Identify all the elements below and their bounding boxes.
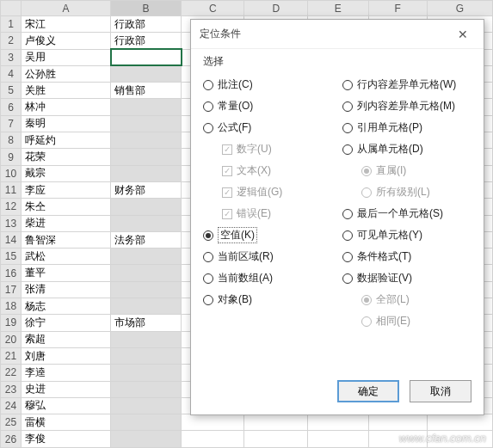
cell[interactable] [111, 365, 182, 381]
cell[interactable]: 徐宁 [22, 315, 111, 331]
cell[interactable] [244, 431, 307, 448]
cell[interactable]: 索超 [22, 331, 111, 347]
radio-option[interactable]: 引用单元格(P) [342, 117, 471, 138]
radio-option[interactable]: 行内容差异单元格(W) [342, 74, 471, 95]
cell[interactable]: 公孙胜 [22, 65, 111, 82]
cell[interactable] [111, 249, 182, 265]
cell[interactable]: 行政部 [111, 33, 182, 49]
row-header[interactable]: 21 [1, 347, 22, 364]
radio-option[interactable]: 批注(C) [203, 74, 339, 95]
cell[interactable]: 穆弘 [22, 397, 111, 414]
row-header[interactable]: 24 [1, 397, 22, 414]
row-header[interactable]: 6 [1, 99, 22, 115]
row-header[interactable]: 26 [1, 431, 22, 448]
cell[interactable] [111, 331, 182, 347]
cell[interactable]: 销售部 [111, 83, 182, 99]
row-header[interactable]: 20 [1, 331, 22, 347]
cell[interactable]: 柴进 [22, 215, 111, 231]
cell[interactable]: 朱仝 [22, 199, 111, 215]
radio-option[interactable]: 空值(K) [203, 224, 339, 246]
row-header[interactable]: 8 [1, 132, 22, 149]
cell[interactable]: 雷横 [22, 414, 111, 431]
cell[interactable]: 法务部 [111, 231, 182, 248]
row-header[interactable]: 15 [1, 249, 22, 265]
row-header[interactable]: 18 [1, 298, 22, 315]
cell[interactable] [111, 215, 182, 231]
row-header[interactable]: 12 [1, 199, 22, 215]
col-header[interactable]: E [307, 1, 368, 16]
radio-option[interactable]: 当前数组(A) [203, 267, 339, 289]
ok-button[interactable]: 确定 [337, 380, 399, 402]
row-header[interactable]: 14 [1, 231, 22, 248]
radio-option[interactable]: 数据验证(V) [342, 267, 471, 289]
dialog-titlebar[interactable]: 定位条件 ✕ [191, 20, 484, 49]
cell[interactable]: 史进 [22, 381, 111, 397]
row-header[interactable]: 17 [1, 281, 22, 298]
cell[interactable]: 吴用 [22, 49, 111, 65]
row-header[interactable]: 5 [1, 83, 22, 99]
row-header[interactable]: 10 [1, 165, 22, 181]
radio-option[interactable]: 常量(O) [203, 95, 339, 117]
cell[interactable] [111, 149, 182, 165]
row-header[interactable]: 23 [1, 381, 22, 397]
cell[interactable] [244, 414, 307, 431]
cell[interactable]: 林冲 [22, 99, 111, 115]
cell[interactable]: 李逵 [22, 365, 111, 381]
cell[interactable] [111, 199, 182, 215]
cell[interactable] [111, 65, 182, 82]
cell[interactable]: 李应 [22, 181, 111, 198]
cell[interactable]: 董平 [22, 265, 111, 281]
row-header[interactable]: 4 [1, 65, 22, 82]
col-header[interactable]: C [182, 1, 244, 16]
cell[interactable]: 宋江 [22, 16, 111, 33]
radio-option[interactable]: 公式(F) [203, 117, 339, 138]
col-header[interactable]: B [111, 1, 182, 16]
row-header[interactable]: 3 [1, 49, 22, 65]
cell[interactable]: 花荣 [22, 149, 111, 165]
cell[interactable]: 行政部 [111, 16, 182, 33]
col-header[interactable]: G [427, 1, 492, 16]
cell[interactable] [111, 298, 182, 315]
col-header[interactable]: A [22, 1, 111, 16]
cell[interactable] [111, 49, 182, 65]
cell[interactable] [111, 414, 182, 431]
radio-option[interactable]: 列内容差异单元格(M) [342, 95, 471, 117]
row-header[interactable]: 22 [1, 365, 22, 381]
cell[interactable]: 刘唐 [22, 347, 111, 364]
cell[interactable]: 财务部 [111, 181, 182, 198]
row-header[interactable]: 19 [1, 315, 22, 331]
cell[interactable] [182, 414, 244, 431]
row-header[interactable]: 2 [1, 33, 22, 49]
cell[interactable]: 张清 [22, 281, 111, 298]
row-header[interactable]: 16 [1, 265, 22, 281]
row-header[interactable]: 9 [1, 149, 22, 165]
cell[interactable]: 关胜 [22, 83, 111, 99]
radio-option[interactable]: 条件格式(T) [342, 246, 471, 267]
col-header[interactable]: D [244, 1, 307, 16]
cell[interactable]: 市场部 [111, 315, 182, 331]
cell[interactable]: 鲁智深 [22, 231, 111, 248]
radio-option[interactable]: 当前区域(R) [203, 246, 339, 267]
cell[interactable] [111, 347, 182, 364]
cell[interactable] [182, 431, 244, 448]
cell[interactable] [111, 281, 182, 298]
row-header[interactable]: 11 [1, 181, 22, 198]
radio-option[interactable]: 最后一个单元格(S) [342, 203, 471, 224]
cell[interactable] [111, 132, 182, 149]
cell[interactable] [111, 397, 182, 414]
cell[interactable]: 杨志 [22, 298, 111, 315]
cell[interactable] [111, 165, 182, 181]
cell[interactable] [427, 414, 492, 431]
row-header[interactable]: 13 [1, 215, 22, 231]
cancel-button[interactable]: 取消 [410, 380, 471, 402]
cell[interactable] [307, 431, 368, 448]
cell[interactable] [111, 99, 182, 115]
cell[interactable] [111, 115, 182, 132]
row-header[interactable]: 1 [1, 16, 22, 33]
cell[interactable]: 李俊 [22, 431, 111, 448]
radio-option[interactable]: 对象(B) [203, 289, 339, 310]
col-header[interactable]: F [368, 1, 427, 16]
cell[interactable]: 卢俊义 [22, 33, 111, 49]
close-icon[interactable]: ✕ [451, 24, 475, 45]
row-header[interactable]: 7 [1, 115, 22, 132]
